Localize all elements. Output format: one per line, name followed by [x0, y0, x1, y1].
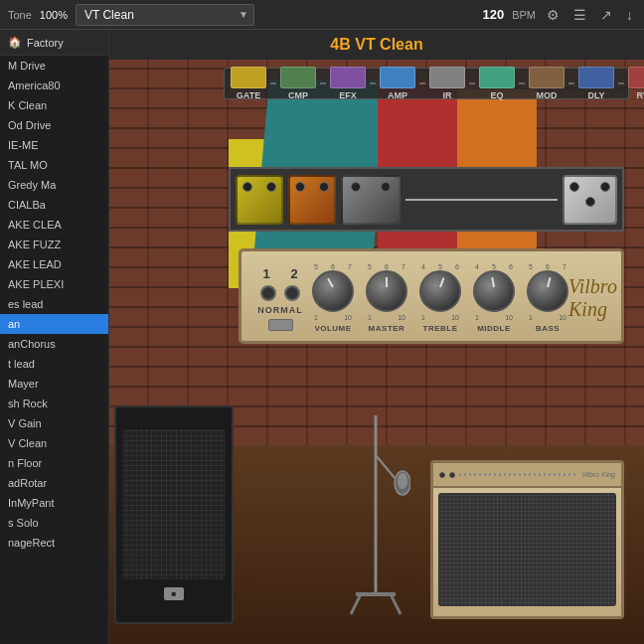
treble-knob[interactable]: [419, 270, 461, 312]
sidebar-item[interactable]: InMyPant: [0, 493, 108, 513]
amp-combo-cabinet: Vilbro King: [430, 460, 624, 619]
svg-line-3: [351, 594, 361, 614]
bass-knob-unit: 567 110 BASS: [527, 263, 568, 333]
pedal-knob[interactable]: [266, 182, 276, 192]
sidebar-item[interactable]: V Clean: [0, 433, 108, 453]
fx-chain-connector: [405, 199, 558, 201]
fx-slot-rvb[interactable]: RVB: [628, 67, 644, 100]
bpm-label: BPM: [512, 9, 536, 21]
pedal-knob[interactable]: [585, 197, 595, 207]
stage: GATECMPEFXAMPIREQMODDLYRVB: [109, 60, 644, 644]
bass-scale-top: 567: [529, 263, 566, 270]
download-icon[interactable]: ↓: [623, 7, 636, 23]
pedal-knob[interactable]: [569, 182, 579, 192]
pedal-knob[interactable]: [381, 182, 391, 192]
master-scale-bottom: 110: [368, 314, 405, 321]
sidebar-item[interactable]: AKE CLEA: [0, 215, 108, 235]
sidebar-item[interactable]: AKE PLEXI: [0, 274, 108, 294]
volume-scale-bottom: 110: [314, 314, 352, 321]
sidebar-item[interactable]: n Floor: [0, 453, 108, 473]
fx-slot-amp[interactable]: AMP: [380, 67, 415, 100]
channel-2-label: 2: [284, 266, 304, 281]
svg-line-4: [391, 594, 401, 614]
treble-scale-top: 456: [421, 263, 459, 270]
sidebar-item[interactable]: AKE FUZZ: [0, 235, 108, 254]
fx-label: RVB: [637, 90, 644, 100]
sidebar-item[interactable]: Mayer: [0, 374, 108, 394]
preset-title-bar: 4B VT Clean: [109, 30, 644, 60]
sidebar-item[interactable]: TAL MO: [0, 155, 108, 175]
pedal-knob[interactable]: [600, 182, 610, 192]
channel-switch[interactable]: [268, 319, 293, 331]
bpm-value: 120: [482, 7, 504, 22]
fx-label: CMP: [288, 90, 308, 100]
sidebar-item[interactable]: s Solo: [0, 513, 108, 533]
cabinet-indicator: [449, 472, 455, 478]
preset-dropdown[interactable]: VT Clean: [76, 4, 254, 26]
sidebar-item[interactable]: anChorus: [0, 334, 108, 354]
sidebar-item[interactable]: nageRect: [0, 533, 108, 553]
middle-knob[interactable]: [473, 270, 515, 312]
bass-knob[interactable]: [527, 270, 568, 312]
master-knob-unit: 567 110 MASTER: [366, 263, 407, 333]
fx-connector: [370, 82, 376, 84]
sidebar-item[interactable]: Gredy Ma: [0, 175, 108, 195]
fx-box: [231, 67, 266, 88]
settings-icon[interactable]: ⚙: [544, 7, 563, 23]
sidebar-item[interactable]: Od Drive: [0, 115, 108, 135]
input-jack-1[interactable]: [260, 285, 276, 301]
pedal-gray[interactable]: [341, 175, 401, 225]
amp-unit: 1 2 NORMAL: [239, 248, 624, 344]
fx-box: [628, 67, 644, 88]
cabinet-indicator: [439, 472, 445, 478]
knobs-row: 567 110 VOLUME 567: [312, 263, 568, 333]
sidebar-item[interactable]: t lead: [0, 354, 108, 374]
bass-label: BASS: [536, 324, 560, 333]
microphone-stand: [341, 405, 410, 624]
pedal-knob[interactable]: [242, 182, 252, 192]
fx-label: EFX: [339, 90, 357, 100]
top-bar: Tone 100% VT Clean ▼ 120 BPM ⚙ ☰ ↗ ↓: [0, 0, 644, 30]
sidebar-item[interactable]: America80: [0, 76, 108, 95]
sidebar-item[interactable]: CIALBa: [0, 195, 108, 215]
pedal-knob[interactable]: [295, 182, 305, 192]
volume-knob[interactable]: [312, 270, 354, 312]
sidebar-item[interactable]: sh Rock: [0, 394, 108, 413]
pedal-orange[interactable]: [288, 175, 336, 225]
fx-label: AMP: [388, 90, 407, 100]
menu-icon[interactable]: ☰: [570, 7, 589, 23]
cabinet-brand-small: Vilbro King: [581, 471, 615, 478]
master-knob[interactable]: [366, 270, 407, 312]
bass-scale-bottom: 110: [529, 314, 566, 321]
pedalboard-strip: [229, 167, 624, 232]
sidebar-item[interactable]: es lead: [0, 294, 108, 314]
fx-connector: [568, 82, 574, 84]
sidebar-item[interactable]: IE-ME: [0, 135, 108, 155]
fx-slot-efx[interactable]: EFX: [330, 67, 366, 100]
fx-slot-eq[interactable]: EQ: [479, 67, 515, 100]
cabinet-top-panel: Vilbro King: [433, 463, 621, 488]
pedal-knob[interactable]: [351, 182, 361, 192]
fx-box: [429, 67, 465, 88]
sidebar-item[interactable]: M Drive: [0, 56, 108, 76]
sidebar-item[interactable]: AKE LEAD: [0, 254, 108, 274]
pedal-yellow[interactable]: [236, 175, 283, 225]
pedal-silver[interactable]: [563, 175, 617, 225]
sidebar-item[interactable]: K Clean: [0, 95, 108, 115]
fx-label: IR: [443, 90, 452, 100]
treble-knob-unit: 456 110 TREBLE: [419, 263, 461, 333]
sidebar-item[interactable]: V Gain: [0, 413, 108, 433]
fx-slot-dly[interactable]: DLY: [578, 67, 614, 100]
speaker-grille: [122, 429, 226, 579]
volume-label: VOLUME: [314, 324, 351, 333]
fx-slot-mod[interactable]: MOD: [529, 67, 564, 100]
share-icon[interactable]: ↗: [597, 7, 615, 23]
fx-slot-ir[interactable]: IR: [429, 67, 465, 100]
middle-scale-top: 456: [475, 263, 513, 270]
fx-slot-gate[interactable]: GATE: [231, 67, 266, 100]
pedal-knob[interactable]: [319, 182, 329, 192]
input-jack-2[interactable]: [284, 285, 300, 301]
fx-slot-cmp[interactable]: CMP: [280, 67, 316, 100]
sidebar-item[interactable]: an: [0, 314, 108, 334]
sidebar-item[interactable]: adRotar: [0, 473, 108, 493]
